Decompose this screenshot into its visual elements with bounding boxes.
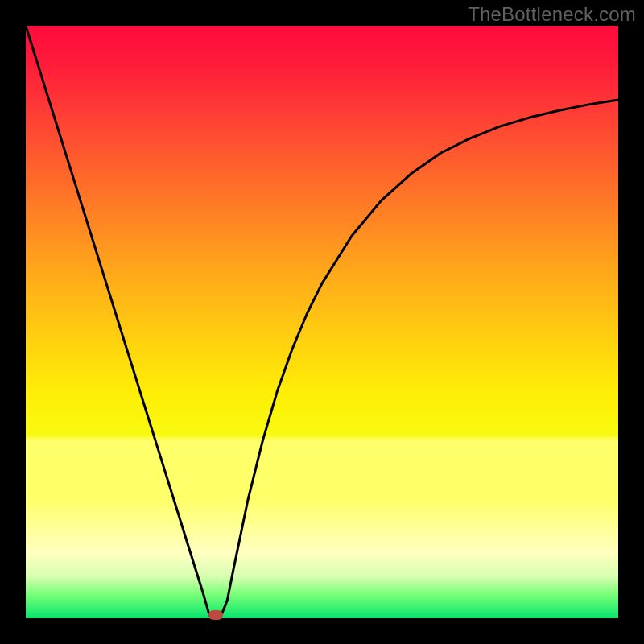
plot-area (26, 26, 618, 618)
curve-path (26, 26, 618, 618)
chart-frame: TheBottleneck.com (0, 0, 644, 644)
bottleneck-curve (26, 26, 618, 618)
minimum-marker (208, 610, 223, 620)
watermark-text: TheBottleneck.com (468, 3, 636, 26)
